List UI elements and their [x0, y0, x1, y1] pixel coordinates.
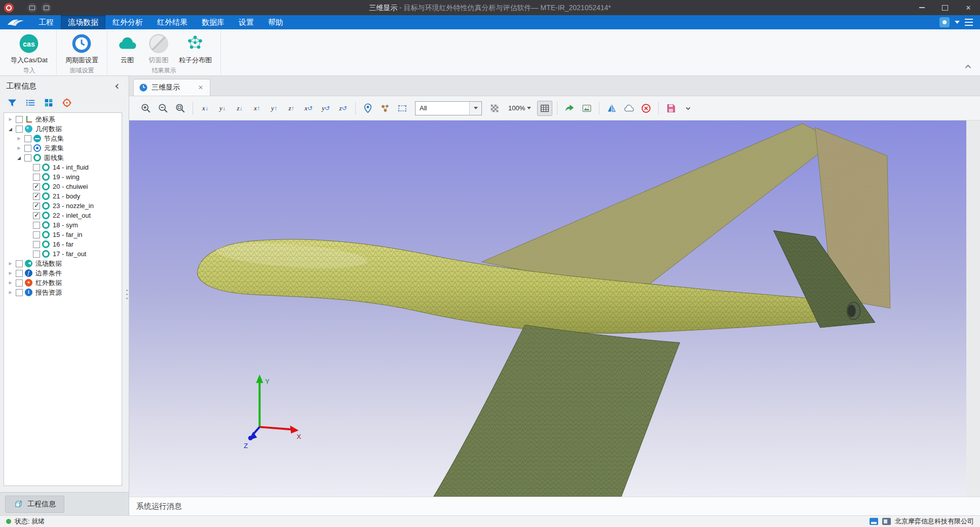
- tree-item-21-body[interactable]: 21 - body: [4, 191, 122, 201]
- checkbox[interactable]: [33, 164, 40, 171]
- checkbox[interactable]: [33, 212, 40, 219]
- tree-item-17-far_out[interactable]: 17 - far_out: [4, 249, 122, 259]
- rotate-x-button[interactable]: x↺: [301, 101, 316, 116]
- checkbox[interactable]: [16, 116, 23, 123]
- view-z-plus-button[interactable]: z↑: [284, 101, 299, 116]
- zoom-fit-icon[interactable]: [173, 101, 188, 116]
- save-view-icon[interactable]: [663, 101, 679, 116]
- box-select-icon[interactable]: [395, 101, 410, 116]
- status-display-icon[interactable]: [870, 518, 878, 525]
- view-z-minus-button[interactable]: z↓: [232, 101, 247, 116]
- view-y-plus-button[interactable]: y↑: [267, 101, 282, 116]
- window-layout-icon[interactable]: [965, 19, 973, 26]
- particle-distribution-button[interactable]: 粒子分布图: [175, 32, 215, 65]
- zoom-out-icon[interactable]: [156, 101, 171, 116]
- checkbox[interactable]: [24, 154, 31, 161]
- contour-map-button[interactable]: 云图: [112, 32, 142, 65]
- zoom-in-icon[interactable]: [138, 101, 154, 116]
- checkbox[interactable]: [33, 241, 40, 248]
- menu-item-红外结果[interactable]: 红外结果: [150, 15, 195, 29]
- tree-item-几何数据[interactable]: ◢ 几何数据: [4, 124, 122, 134]
- checkbox[interactable]: [24, 135, 31, 142]
- tree-item-流场数据[interactable]: ▶ 流场数据: [4, 259, 122, 268]
- screenshot-icon[interactable]: [579, 101, 594, 116]
- export-icon[interactable]: [562, 101, 577, 116]
- tree-item-16-far[interactable]: 16 - far: [4, 239, 122, 249]
- expander-icon[interactable]: ◢: [16, 155, 22, 160]
- checkbox[interactable]: [16, 270, 23, 277]
- expander-icon[interactable]: ◢: [7, 127, 14, 132]
- checkbox[interactable]: [16, 289, 23, 296]
- tree-item-边界条件[interactable]: ▶ 边界条件: [4, 268, 122, 278]
- tree-item-14-int_fluid[interactable]: 14 - int_fluid: [4, 163, 122, 172]
- menu-item-设置[interactable]: 设置: [232, 15, 261, 29]
- minimize-button[interactable]: [910, 0, 933, 15]
- tree-item-红外数据[interactable]: ▶ 红外数据: [4, 278, 122, 288]
- view-y-minus-button[interactable]: y↓: [215, 101, 230, 116]
- tree-item-面线集[interactable]: ◢ 面线集: [4, 153, 122, 163]
- periodic-face-settings-button[interactable]: 周期面设置: [62, 32, 102, 65]
- import-cas-dat-button[interactable]: 导入Cas/Dat: [7, 32, 51, 65]
- menu-item-工程[interactable]: 工程: [31, 15, 61, 29]
- checkbox[interactable]: [33, 174, 40, 181]
- tab-3d-view[interactable]: 三维显示: [133, 79, 210, 96]
- target-icon[interactable]: [61, 97, 73, 109]
- tree-item-元素集[interactable]: ▶ 元素集: [4, 143, 122, 153]
- panel-splitter-handle[interactable]: [126, 295, 128, 297]
- mesh-grid-toggle[interactable]: [537, 101, 552, 116]
- expander-icon[interactable]: ▶: [7, 280, 14, 285]
- tab-project-info[interactable]: 工程信息: [5, 496, 64, 513]
- display-icon[interactable]: [42, 3, 51, 13]
- checkbox[interactable]: [33, 231, 40, 238]
- display-filter-select[interactable]: All: [415, 101, 482, 115]
- tree-item-23-nozzle_in[interactable]: 23 - nozzle_in: [4, 201, 122, 211]
- maximize-button[interactable]: [933, 0, 957, 15]
- view-x-minus-button[interactable]: x↓: [198, 101, 213, 116]
- checkbox[interactable]: [16, 126, 23, 133]
- snip-icon[interactable]: [27, 3, 37, 13]
- expander-icon[interactable]: ▶: [16, 136, 22, 141]
- checkbox[interactable]: [33, 222, 40, 229]
- save-view-menu-icon[interactable]: [681, 101, 696, 116]
- close-button[interactable]: [957, 0, 980, 15]
- expander-icon[interactable]: ▶: [7, 261, 14, 266]
- combo-dropdown-icon[interactable]: [469, 102, 481, 115]
- ribbon-collapse-icon[interactable]: [963, 63, 972, 70]
- cloud-map-icon[interactable]: [621, 101, 636, 116]
- list-view-icon[interactable]: [24, 97, 36, 109]
- menu-item-流场数据[interactable]: 流场数据: [61, 15, 105, 29]
- checkbox[interactable]: [33, 202, 40, 210]
- tree-item-18-sym[interactable]: 18 - sym: [4, 220, 122, 230]
- tree-item-15-far_in[interactable]: 15 - far_in: [4, 230, 122, 239]
- expander-icon[interactable]: ▶: [16, 146, 22, 150]
- expander-icon[interactable]: ▶: [7, 117, 14, 121]
- panel-collapse-button[interactable]: [114, 83, 122, 91]
- tree-item-节点集[interactable]: ▶ 节点集: [4, 134, 122, 143]
- tree-item-22-inlet_out[interactable]: 22 - inlet_out: [4, 211, 122, 220]
- grid-view-icon[interactable]: [43, 97, 55, 109]
- checkbox[interactable]: [16, 279, 23, 287]
- expander-icon[interactable]: ▶: [7, 271, 14, 275]
- checkbox[interactable]: [16, 260, 23, 267]
- menu-item-红外分析[interactable]: 红外分析: [105, 15, 150, 29]
- tab-close-icon[interactable]: [197, 84, 205, 91]
- rotate-y-button[interactable]: y↺: [318, 101, 333, 116]
- app-logo-icon[interactable]: [4, 3, 14, 13]
- checkbox[interactable]: [33, 183, 40, 190]
- tree-item-20-chuiwei[interactable]: 20 - chuiwei: [4, 182, 122, 191]
- transparency-icon[interactable]: [487, 101, 502, 116]
- particle-trace-icon[interactable]: [378, 101, 393, 116]
- filter-icon[interactable]: [6, 97, 18, 109]
- tree-item-19-wing[interactable]: 19 - wing: [4, 172, 122, 182]
- checkbox[interactable]: [33, 251, 40, 258]
- tree-item-报告资源[interactable]: ▶ 报告资源: [4, 288, 122, 297]
- mirror-icon[interactable]: [604, 101, 619, 116]
- expander-icon[interactable]: ▶: [7, 290, 14, 295]
- rotate-z-button[interactable]: z↺: [335, 101, 351, 116]
- menu-item-数据库[interactable]: 数据库: [195, 15, 232, 29]
- checkbox[interactable]: [24, 145, 31, 152]
- probe-point-icon[interactable]: [360, 101, 375, 116]
- checkbox[interactable]: [33, 193, 40, 200]
- dropdown-icon[interactable]: [955, 21, 960, 26]
- appearance-icon[interactable]: [939, 17, 950, 27]
